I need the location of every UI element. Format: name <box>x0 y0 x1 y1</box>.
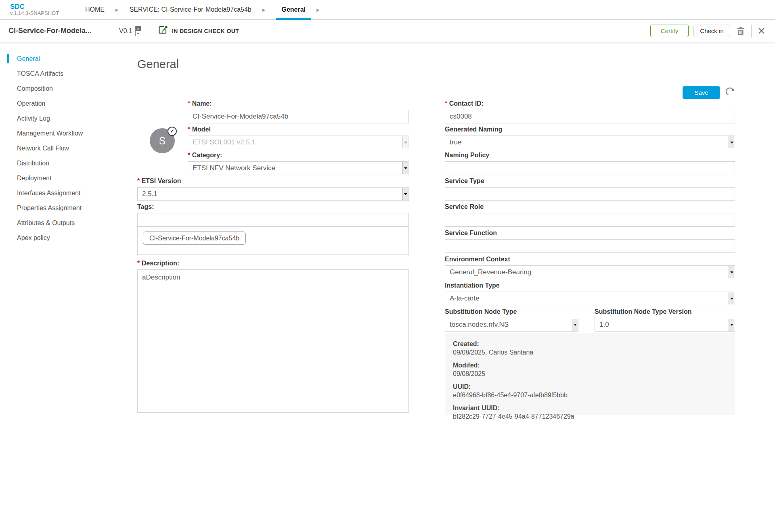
chevron-right-icon: ▶ <box>262 8 266 12</box>
breadcrumb-service[interactable]: SERVICE: CI-Service-For-Modela97ca54b <box>130 6 251 13</box>
modified-value: 09/08/2025 <box>453 369 727 378</box>
sidebar-item-operation[interactable]: Operation <box>0 96 97 111</box>
service-name-panel: CI-Service-For-Modela... <box>0 20 97 42</box>
invariant-uuid-label: Invariant UUID: <box>453 404 727 412</box>
spinner-up-icon[interactable] <box>136 26 141 31</box>
instantiation-type-select[interactable]: A-la-carte <box>445 292 735 305</box>
breadcrumb: HOME ▶ SERVICE: CI-Service-For-Modela97c… <box>85 0 331 19</box>
app-logo[interactable]: SDC v.1.14.3-SNAPSHOT <box>0 3 85 16</box>
service-header-bar: CI-Service-For-Modela... V0.1 IN DESIGN … <box>0 20 775 42</box>
contact-id-input[interactable] <box>445 110 735 123</box>
sidebar-item-interfaces-assignment[interactable]: Interfaces Assignment <box>0 186 97 200</box>
sidebar-item-management-workflow[interactable]: Management Workflow <box>0 126 97 141</box>
generated-naming-select[interactable]: true <box>445 136 735 149</box>
etsi-version-select[interactable]: 2.5.1 <box>137 187 409 201</box>
substitution-node-type-label: Substitution Node Type <box>445 308 578 315</box>
sidebar-item-label: Apex policy <box>17 234 50 241</box>
certify-button[interactable]: Certify <box>650 25 689 37</box>
created-label: Created: <box>453 340 727 348</box>
category-select[interactable]: ETSI NFV Network Service <box>188 161 409 175</box>
check-in-button[interactable]: Check in <box>693 25 730 37</box>
metadata-panel: Created: 09/08/2025, Carlos Santana Modi… <box>445 333 735 415</box>
substitution-node-type-version-select[interactable]: 1.0 <box>595 318 735 332</box>
description-textarea[interactable]: aDescription <box>137 269 409 413</box>
app-version: v.1.14.3-SNAPSHOT <box>10 10 85 16</box>
sidebar-item-attributes-outputs[interactable]: Attributes & Outputs <box>0 215 97 230</box>
sidebar-item-label: Deployment <box>17 175 51 182</box>
dropdown-arrow-icon <box>402 188 408 200</box>
chevron-right-icon: ▶ <box>115 8 119 12</box>
sidebar-item-label: Distribution <box>17 160 49 167</box>
trash-icon <box>737 27 745 35</box>
uuid-row: UUID: e0f64968-bf86-45e4-9707-afefb89f5b… <box>453 382 727 399</box>
page-title: General <box>137 58 179 71</box>
service-role-label: Service Role <box>445 203 735 210</box>
generated-naming-select-value: true <box>450 138 461 146</box>
general-form-panel: General Save S Name: Model <box>97 42 775 532</box>
model-select-value: ETSI SOL001 v2.5.1 <box>193 138 256 146</box>
sidebar-item-label: Interfaces Assignment <box>17 190 80 196</box>
sidebar-item-label: General <box>17 55 40 62</box>
model-select[interactable]: ETSI SOL001 v2.5.1 <box>188 136 409 149</box>
refresh-icon <box>726 87 736 97</box>
tags-container: CI-Service-For-Modela97ca54b <box>137 227 409 255</box>
substitution-node-type-version-select-value: 1.0 <box>599 321 609 329</box>
sidebar-item-composition[interactable]: Composition <box>0 81 97 96</box>
name-input[interactable] <box>188 110 409 123</box>
close-button[interactable] <box>758 27 765 34</box>
sidebar-item-label: Composition <box>17 85 53 92</box>
tags-input[interactable] <box>137 213 409 227</box>
pencil-icon <box>170 129 174 134</box>
tab-general[interactable]: General <box>276 0 311 19</box>
sidebar-item-network-call-flow[interactable]: Network Call Flow <box>0 141 97 156</box>
service-role-input[interactable] <box>445 213 735 227</box>
close-icon <box>758 27 765 34</box>
uuid-label: UUID: <box>453 382 727 391</box>
name-label: Name: <box>188 100 409 107</box>
sidebar-item-apex-policy[interactable]: Apex policy <box>0 230 97 245</box>
naming-policy-label: Naming Policy <box>445 152 735 159</box>
sidebar-item-label: TOSCA Artifacts <box>17 70 63 77</box>
save-button[interactable]: Save <box>683 86 720 99</box>
environment-context-select[interactable]: General_Revenue-Bearing <box>445 265 735 279</box>
generated-naming-label: Generated Naming <box>445 126 735 133</box>
sidebar-item-tosca-artifacts[interactable]: TOSCA Artifacts <box>0 66 97 81</box>
sidebar-item-properties-assignment[interactable]: Properties Assignment <box>0 200 97 215</box>
sidebar-item-distribution[interactable]: Distribution <box>0 156 97 171</box>
sidebar-item-general[interactable]: General <box>0 51 97 66</box>
divider <box>751 25 752 38</box>
delete-button[interactable] <box>737 27 745 35</box>
version-selector[interactable]: V0.1 <box>119 26 141 36</box>
tag-chip[interactable]: CI-Service-For-Modela97ca54b <box>143 232 246 245</box>
modified-row: Modifed: 09/08/2025 <box>453 361 727 378</box>
service-function-input[interactable] <box>445 239 735 253</box>
top-nav-bar: SDC v.1.14.3-SNAPSHOT HOME ▶ SERVICE: CI… <box>0 0 775 20</box>
modified-label: Modifed: <box>453 361 727 369</box>
service-type-input[interactable] <box>445 187 735 201</box>
sidebar-item-activity-log[interactable]: Activity Log <box>0 111 97 126</box>
created-row: Created: 09/08/2025, Carlos Santana <box>453 340 727 357</box>
service-name: CI-Service-For-Modela... <box>8 27 92 35</box>
version-spinner[interactable] <box>135 26 141 36</box>
dropdown-arrow-icon <box>729 136 734 148</box>
naming-policy-input[interactable] <box>445 161 735 175</box>
sidebar-menu: General TOSCA Artifacts Composition Oper… <box>0 42 97 532</box>
sidebar-item-deployment[interactable]: Deployment <box>0 171 97 186</box>
contact-id-label: Contact ID: <box>445 100 735 107</box>
instantiation-type-label: Instantiation Type <box>445 282 735 289</box>
dropdown-arrow-icon <box>729 292 734 305</box>
substitution-node-type-select[interactable]: tosca.nodes.nfv.NS <box>445 318 578 332</box>
sidebar-item-label: Network Call Flow <box>17 145 69 152</box>
dropdown-arrow-icon <box>729 266 734 278</box>
spinner-down-icon[interactable] <box>136 31 141 36</box>
created-value: 09/08/2025, Carlos Santana <box>453 348 727 357</box>
edit-avatar-button[interactable] <box>168 127 177 136</box>
etsi-version-label: ETSI Version <box>137 177 409 184</box>
model-label: Model <box>188 126 409 133</box>
dropdown-arrow-icon <box>572 319 578 331</box>
divider <box>149 24 149 38</box>
service-avatar: S <box>150 128 175 153</box>
revert-button[interactable] <box>726 87 736 98</box>
category-label: Category: <box>188 152 409 159</box>
breadcrumb-home[interactable]: HOME <box>85 6 105 13</box>
